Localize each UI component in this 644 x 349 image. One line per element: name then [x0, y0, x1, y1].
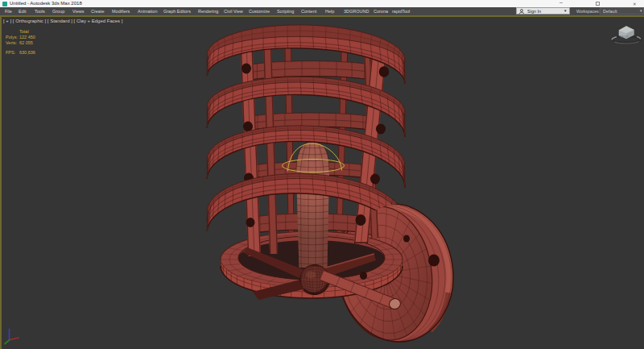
svg-text:630,636: 630,636: [19, 50, 35, 55]
svg-text:Verts:: Verts:: [6, 40, 18, 45]
svg-text:122 450: 122 450: [19, 35, 35, 39]
svg-text:Total: Total: [19, 29, 29, 34]
svg-text:FPS:: FPS:: [6, 50, 16, 55]
svg-text:FRONT: FRONT: [621, 35, 629, 39]
svg-text:[ + ] [ Orthographic ] [ Stand: [ + ] [ Orthographic ] [ Standard ] [ Cl…: [3, 19, 123, 23]
svg-text:62 055: 62 055: [19, 40, 33, 45]
svg-text:Polys:: Polys:: [6, 35, 18, 39]
